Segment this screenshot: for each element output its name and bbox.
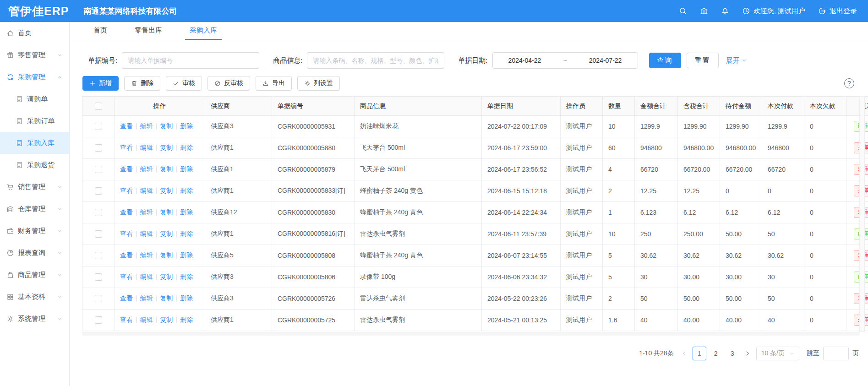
chevron-down-icon xyxy=(57,53,62,58)
row-action-view[interactable]: 查看 xyxy=(120,251,133,259)
row-action-edit[interactable]: 编辑 xyxy=(140,316,153,323)
row-action-edit[interactable]: 编辑 xyxy=(140,294,153,302)
jump-input[interactable] xyxy=(823,347,849,360)
row-action-edit[interactable]: 编辑 xyxy=(140,165,153,173)
row-checkbox[interactable] xyxy=(95,209,102,216)
row-action-view[interactable]: 查看 xyxy=(120,122,133,130)
sidebar-item-product-management[interactable]: 商品管理 xyxy=(0,264,69,286)
page-button-2[interactable]: 2 xyxy=(709,347,723,360)
row-action-copy[interactable]: 复制 xyxy=(160,316,173,323)
row-action-copy[interactable]: 复制 xyxy=(160,273,173,280)
row-action-copy[interactable]: 复制 xyxy=(160,187,173,194)
unaudit-button[interactable]: 反审核 xyxy=(207,76,250,91)
horizontal-scrollbar[interactable] xyxy=(82,332,860,336)
sidebar-item-purchase-return[interactable]: 采购退货 xyxy=(0,154,69,176)
row-action-view[interactable]: 查看 xyxy=(120,230,133,237)
search-icon[interactable] xyxy=(679,7,687,15)
row-action-delete[interactable]: 删除 xyxy=(180,251,193,259)
sidebar-item-purchase-inbound[interactable]: 采购入库 xyxy=(0,132,69,154)
row-checkbox[interactable] xyxy=(95,230,102,238)
page-button-3[interactable]: 3 xyxy=(726,347,739,360)
bell-icon[interactable] xyxy=(721,7,729,15)
row-action-edit[interactable]: 编辑 xyxy=(140,122,153,130)
row-action-edit[interactable]: 编辑 xyxy=(140,230,153,237)
row-action-delete[interactable]: 删除 xyxy=(180,165,193,173)
sidebar-item-report-query[interactable]: 报表查询 xyxy=(0,242,69,264)
row-checkbox[interactable] xyxy=(95,166,102,173)
row-checkbox[interactable] xyxy=(95,273,102,281)
expand-link[interactable]: 展开 xyxy=(726,56,747,65)
row-action-delete[interactable]: 删除 xyxy=(180,187,193,194)
delete-button[interactable]: 删除 xyxy=(124,76,160,91)
date-range-picker[interactable]: 2024-04-22 ~ 2024-07-22 xyxy=(492,52,638,69)
row-action-delete[interactable]: 删除 xyxy=(180,294,193,302)
row-checkbox[interactable] xyxy=(95,123,102,130)
row-action-delete[interactable]: 删除 xyxy=(180,144,193,151)
row-checkbox[interactable] xyxy=(95,252,102,259)
row-action-copy[interactable]: 复制 xyxy=(160,294,173,302)
sidebar-item-retail-management[interactable]: 零售管理 xyxy=(0,44,69,66)
sidebar-item-purchase-order[interactable]: 采购订单 xyxy=(0,110,69,132)
row-action-view[interactable]: 查看 xyxy=(120,165,133,173)
sidebar-item-purchase-management[interactable]: 采购管理 xyxy=(0,66,69,88)
action-separator: | xyxy=(175,165,177,173)
row-action-edit[interactable]: 编辑 xyxy=(140,273,153,280)
export-button[interactable]: 导出 xyxy=(256,76,292,91)
sidebar-item-purchase-request[interactable]: 请购单 xyxy=(0,88,69,110)
cell-amount: 250 xyxy=(640,230,651,238)
welcome-user[interactable]: 欢迎您, 测试用户 xyxy=(742,7,805,16)
row-checkbox[interactable] xyxy=(95,295,102,302)
tab-retail-outbound[interactable]: 零售出库 xyxy=(130,22,167,40)
row-action-delete[interactable]: 删除 xyxy=(180,230,193,237)
row-action-delete[interactable]: 删除 xyxy=(180,273,193,280)
row-action-delete[interactable]: 删除 xyxy=(180,208,193,216)
sidebar-item-home[interactable]: 首页 xyxy=(0,22,69,44)
product-info-input[interactable] xyxy=(307,52,444,69)
prev-page-button[interactable] xyxy=(681,350,688,357)
sidebar-item-basic-data[interactable]: 基本资料 xyxy=(0,286,69,308)
audit-button[interactable]: 审核 xyxy=(166,76,202,91)
page-size-select[interactable]: 10 条/页 xyxy=(756,347,799,360)
add-button[interactable]: 新增 xyxy=(82,76,119,91)
bank-icon[interactable] xyxy=(700,7,708,15)
row-action-edit[interactable]: 编辑 xyxy=(140,251,153,259)
logout-button[interactable]: 退出登录 xyxy=(818,7,857,16)
row-action-view[interactable]: 查看 xyxy=(120,208,133,216)
help-icon[interactable]: ? xyxy=(844,78,854,88)
row-action-edit[interactable]: 编辑 xyxy=(140,144,153,151)
date-start-value[interactable]: 2024-04-22 xyxy=(508,57,541,64)
sidebar-item-sales-management[interactable]: 销售管理 xyxy=(0,176,69,198)
row-action-view[interactable]: 查看 xyxy=(120,273,133,280)
doc-no-input[interactable] xyxy=(122,52,259,69)
row-action-edit[interactable]: 编辑 xyxy=(140,208,153,216)
row-action-copy[interactable]: 复制 xyxy=(160,251,173,259)
sidebar-item-system-management[interactable]: 系统管理 xyxy=(0,308,69,330)
row-action-view[interactable]: 查看 xyxy=(120,316,133,323)
row-checkbox[interactable] xyxy=(95,144,102,152)
sidebar-item-finance-management[interactable]: 财务管理 xyxy=(0,220,69,242)
search-button[interactable]: 查询 xyxy=(649,53,681,68)
row-action-copy[interactable]: 复制 xyxy=(160,144,173,151)
row-action-delete[interactable]: 删除 xyxy=(180,122,193,130)
row-action-edit[interactable]: 编辑 xyxy=(140,187,153,194)
tab-purchase-inbound[interactable]: 采购入库 xyxy=(185,22,222,40)
row-action-copy[interactable]: 复制 xyxy=(160,208,173,216)
row-checkbox[interactable] xyxy=(95,187,102,195)
row-checkbox[interactable] xyxy=(95,316,102,324)
row-action-view[interactable]: 查看 xyxy=(120,144,133,151)
row-action-delete[interactable]: 删除 xyxy=(180,316,193,323)
plus-icon xyxy=(89,80,96,87)
reset-button[interactable]: 重置 xyxy=(687,53,719,68)
next-page-button[interactable] xyxy=(744,350,751,357)
row-action-copy[interactable]: 复制 xyxy=(160,122,173,130)
row-action-copy[interactable]: 复制 xyxy=(160,230,173,237)
select-all-checkbox[interactable] xyxy=(95,103,102,110)
row-action-view[interactable]: 查看 xyxy=(120,187,133,194)
row-action-copy[interactable]: 复制 xyxy=(160,165,173,173)
tab-home[interactable]: 首页 xyxy=(89,22,112,40)
page-button-1[interactable]: 1 xyxy=(693,347,706,360)
date-end-value[interactable]: 2024-07-22 xyxy=(589,57,622,64)
row-action-view[interactable]: 查看 xyxy=(120,294,133,302)
column-settings-button[interactable]: 列设置 xyxy=(297,76,340,91)
sidebar-item-warehouse-management[interactable]: 仓库管理 xyxy=(0,198,69,220)
